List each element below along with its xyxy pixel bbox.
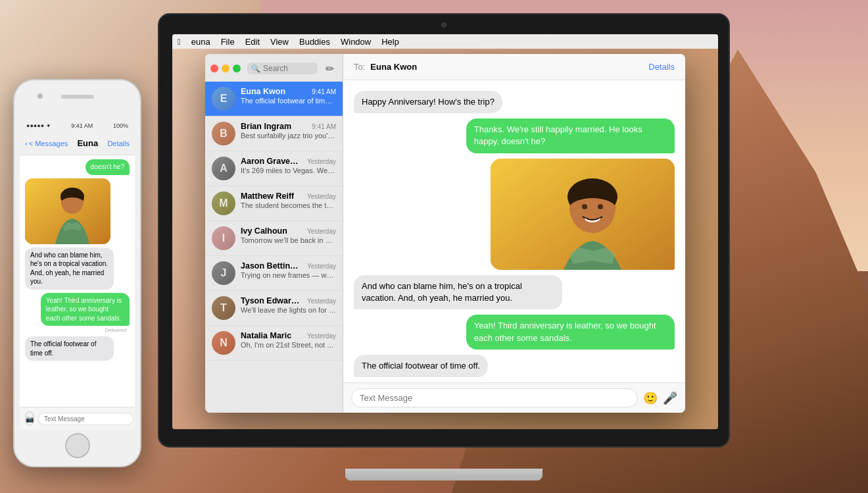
conv-info-aaron: Aaron Grave… Yesterday It's 269 miles to… (241, 157, 336, 174)
iphone-msg-4: Yeah! Third anniversary is leather, so w… (41, 293, 130, 326)
conv-name-aaron: Aaron Grave… (241, 157, 299, 166)
msg-6: The official footwear of time off. (354, 355, 488, 377)
messages-window: 🔍 ✏ E Euna Kwon 9:41 AM The official (205, 54, 685, 413)
conv-preview-euna: The official footwear of time off. (241, 97, 336, 105)
menubar-buddies[interactable]: Buddies (299, 37, 330, 47)
iphone-chat-title: Euna (77, 138, 98, 148)
avatar-ivy: I (212, 226, 235, 250)
avatar-natalia: N (212, 331, 235, 355)
conv-preview-brian: Best surfabilly jazz trio you've ever he… (241, 132, 336, 140)
iphone-camera-button[interactable]: 📷 (25, 411, 34, 426)
conv-preview-aaron: It's 269 miles to Vegas. We've got a ful… (241, 167, 336, 174)
conversation-item-brian[interactable]: B Brian Ingram 9:41 AM Best surfabilly j… (205, 117, 343, 151)
svg-point-3 (569, 198, 615, 218)
conversation-item-ivy[interactable]: I Ivy Calhoun Yesterday Tomorrow we'll b… (205, 221, 343, 256)
iphone-screen: ●●●●● ✦ 9:41 AM 100% ‹ < Messages Euna D… (20, 120, 135, 430)
iphone-speaker (61, 95, 94, 99)
menubar-view[interactable]: View (270, 37, 289, 47)
iphone-home-button[interactable] (65, 433, 90, 458)
conv-time-brian: 9:41 AM (312, 123, 336, 130)
conv-name-ivy: Ivy Calhoun (241, 226, 287, 236)
iphone-message-input[interactable] (38, 413, 133, 425)
conv-name-matthew: Matthew Reiff (241, 192, 294, 201)
minimize-button[interactable] (222, 65, 229, 72)
msg-3-image (491, 159, 675, 271)
macbook-base (345, 469, 542, 480)
conversation-item-tyson[interactable]: T Tyson Edwar… Yesterday We'll leave the… (205, 291, 343, 326)
close-button[interactable] (210, 65, 218, 72)
conversation-item-euna[interactable]: E Euna Kwon 9:41 AM The official footwea… (205, 82, 343, 117)
macbook-camera (441, 22, 446, 28)
battery-status: 100% (113, 122, 128, 129)
details-button[interactable]: Details (648, 62, 675, 72)
conv-time-natalia: Yesterday (307, 332, 336, 340)
msg-2: Thanks. We're still happily married. He … (466, 118, 675, 153)
compose-button[interactable]: ✏ (322, 61, 337, 76)
iphone-msg-3: And who can blame him, he's on a tropica… (25, 247, 114, 290)
sidebar: 🔍 ✏ E Euna Kwon 9:41 AM The official (205, 54, 343, 413)
iphone-details-button[interactable]: Details (107, 140, 130, 147)
msg-1: Happy Anniversary! How's the trip? (354, 91, 502, 113)
message-input[interactable] (351, 388, 638, 407)
conv-preview-ivy: Tomorrow we'll be back in your neighborh… (241, 236, 336, 244)
audio-button[interactable]: 🎤 (663, 391, 677, 405)
conversation-item-jason[interactable]: J Jason Bettin… Yesterday Trying on new … (205, 256, 343, 291)
to-name: Euna Kwon (370, 62, 417, 72)
delivered-status: Delivered (25, 327, 127, 333)
avatar-jason: J (212, 261, 235, 285)
maximize-button[interactable] (233, 65, 241, 72)
search-bar[interactable]: 🔍 (247, 63, 318, 74)
conversation-item-aaron[interactable]: A Aaron Grave… Yesterday It's 269 miles … (205, 151, 343, 186)
iphone-frame: ●●●●● ✦ 9:41 AM 100% ‹ < Messages Euna D… (13, 79, 141, 467)
chat-input-area: 🙂 🎤 (343, 382, 685, 413)
macbook-screen:  euna File Edit View Buddies Window Hel… (172, 34, 718, 429)
apple-menu[interactable]:  (178, 37, 181, 47)
conv-name-jason: Jason Bettin… (241, 261, 299, 271)
svg-point-9 (61, 197, 84, 208)
conv-preview-natalia: Oh, I'm on 21st Street, not 21st Avenue. (241, 341, 336, 349)
conv-info-euna: Euna Kwon 9:41 AM The official footwear … (241, 87, 336, 105)
signal-strength: ●●●●● ✦ (26, 122, 51, 129)
back-button[interactable]: ‹ < Messages (25, 140, 68, 147)
avatar-brian: B (212, 122, 235, 145)
iphone-msg-5: The official footwear of time off. (25, 336, 114, 361)
photo-content (491, 159, 675, 271)
conv-info-brian: Brian Ingram 9:41 AM Best surfabilly jaz… (241, 122, 336, 140)
conv-info-natalia: Natalia Maric Yesterday Oh, I'm on 21st … (241, 331, 336, 349)
menubar-edit[interactable]: Edit (245, 37, 260, 47)
conv-time-tyson: Yesterday (307, 298, 336, 305)
conversation-item-natalia[interactable]: N Natalia Maric Yesterday Oh, I'm on 21s… (205, 326, 343, 361)
avatar-tyson: T (212, 296, 235, 320)
svg-point-5 (598, 204, 603, 209)
iphone-time: 9:41 AM (71, 122, 93, 129)
conv-name-tyson: Tyson Edwar… (241, 296, 299, 305)
conv-info-tyson: Tyson Edwar… Yesterday We'll leave the l… (241, 296, 336, 314)
msg-5: Yeah! Third anniversary is leather, so w… (466, 315, 675, 349)
chat-header: To: Euna Kwon Details (343, 54, 685, 80)
conv-time-matthew: Yesterday (307, 193, 336, 200)
avatar-matthew: M (212, 192, 235, 215)
conv-time-ivy: Yesterday (307, 228, 336, 235)
search-input[interactable] (263, 64, 314, 73)
menubar-window[interactable]: Window (341, 37, 371, 47)
conv-time-euna: 9:41 AM (312, 88, 336, 95)
menubar-messages[interactable]: euna (191, 37, 210, 47)
iphone-input-bar: 📷 Send (20, 407, 135, 430)
conv-info-matthew: Matthew Reiff Yesterday The student beco… (241, 192, 336, 209)
traffic-lights (210, 65, 241, 72)
conv-time-aaron: Yesterday (307, 158, 336, 165)
iphone-navbar: ‹ < Messages Euna Details (20, 132, 135, 155)
iphone-msg-1: doesn't he? (85, 159, 130, 175)
photo-bubble (491, 159, 675, 271)
conversation-item-matthew[interactable]: M Matthew Reiff Yesterday The student be… (205, 186, 343, 221)
menubar-help[interactable]: Help (381, 37, 399, 47)
avatar-aaron: A (212, 157, 235, 180)
iphone-front-camera (37, 93, 43, 99)
macbook-bezel:  euna File Edit View Buddies Window Hel… (158, 13, 730, 448)
emoji-button[interactable]: 🙂 (643, 391, 658, 405)
sidebar-header: 🔍 ✏ (205, 54, 343, 82)
menubar-file[interactable]: File (221, 37, 235, 47)
chat-area: To: Euna Kwon Details Happy Anniversary!… (343, 54, 685, 413)
conv-name-brian: Brian Ingram (241, 122, 291, 131)
chat-recipient: To: Euna Kwon (354, 62, 417, 72)
